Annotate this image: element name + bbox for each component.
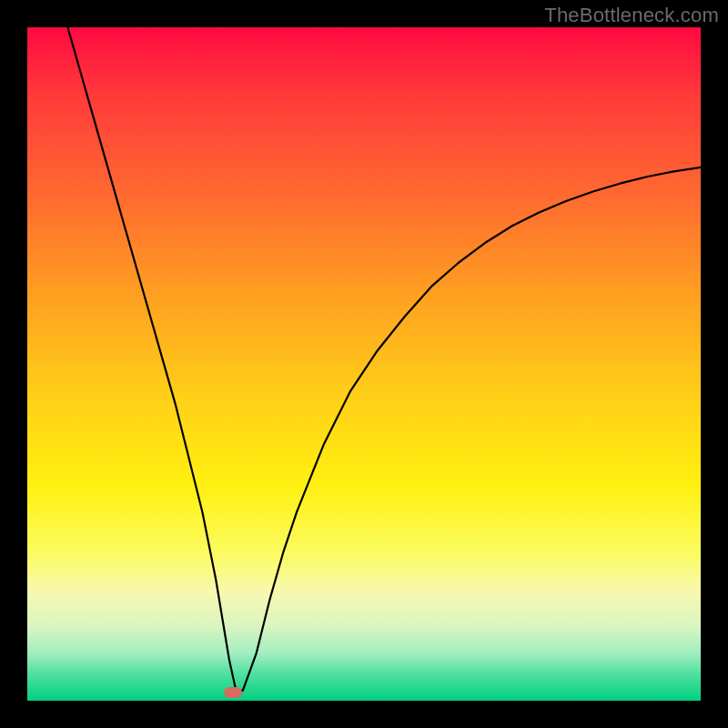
plot-area: [27, 27, 701, 701]
chart-frame: TheBottleneck.com: [0, 0, 728, 728]
curve-svg: [27, 27, 701, 701]
watermark-text: TheBottleneck.com: [544, 4, 719, 27]
optimum-marker: [224, 687, 242, 698]
bottleneck-curve-path: [67, 27, 701, 691]
